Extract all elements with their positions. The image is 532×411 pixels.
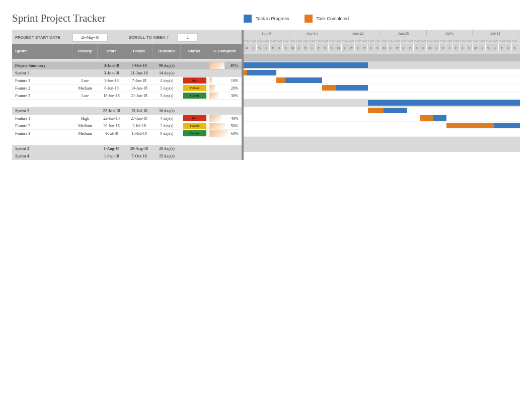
day-letter: S [374,44,381,51]
cell-pct: 60% [208,130,241,137]
cell-status: Red [181,115,208,122]
cell-name: Feature 1 [12,77,72,84]
day-letter: S [420,44,427,51]
day-letter: S [329,44,335,51]
day-letter: M [473,44,479,51]
feature-row[interactable]: Feature 3Low15-Jun-1821-Jun-185 day(s)Gr… [12,92,242,100]
gantt-row [244,54,520,61]
gantt-bar[interactable] [368,108,407,113]
day-serial: 44206 [460,37,466,44]
cell-priority [72,152,98,160]
swatch-completed-icon [305,15,313,23]
cell-name: Feature 2 [12,85,72,92]
day-serial: 44202 [250,37,257,44]
day-serial: 44205 [499,37,505,44]
start-date-input[interactable]: 26-May-18 [72,33,108,42]
gantt-bar-complete [420,115,433,121]
cell-finish: 7-Oct-18 [125,62,153,69]
sprint-row[interactable]: Sprint 13-Jun-1821-Jun-1814 day(s) [12,69,242,77]
cell-duration: 2 day(s) [153,122,181,129]
scroll-week-input[interactable]: 2 [178,33,198,42]
day-letter: T [446,44,453,51]
day-serial: 44207 [283,37,289,44]
feature-row[interactable]: Feature 2Medium30-Jun-183-Jul-182 day(s)… [12,122,242,130]
gantt-row [244,129,520,137]
feature-row[interactable]: Feature 2Medium8-Jun-1814-Jun-185 day(s)… [12,85,242,92]
cell-start: 3-Jun-18 [98,62,125,69]
gantt-bar-complete [276,77,285,83]
gantt-bar-complete [322,85,336,91]
day-serial: 44203 [394,37,401,44]
cell-priority: Low [72,77,98,84]
day-letter: W [257,44,263,51]
day-letter: T [433,44,440,51]
column-headers: Sprint Priority Start Finish Duration St… [12,44,242,59]
cell-finish: 21-Jun-18 [125,69,153,77]
cell-priority: Medium [72,122,98,129]
col-start: Start [98,44,125,59]
gantt-bar[interactable] [244,62,368,68]
day-serial: 44206 [505,37,512,44]
cell-status [181,69,208,77]
col-priority: Priority [72,44,98,59]
blank-row [12,100,242,107]
pct-fill [209,77,212,84]
cell-start: 15-Jun-18 [98,92,125,99]
gantt-bar[interactable] [368,100,520,106]
cell-finish: 21-Jun-18 [125,92,153,99]
day-letter: S [512,44,518,51]
pct-fill [209,62,224,69]
feature-row[interactable]: Feature 3Medium4-Jul-1815-Jul-188 day(s)… [12,130,242,137]
week-header: Jul-6 [427,30,473,37]
sprint-row[interactable]: Sprint 41-Sep-187-Oct-1825 day(s) [12,152,242,160]
day-serial: 44207 [374,37,381,44]
cell-pct: 10% [208,77,241,84]
day-letter: M [289,44,296,51]
day-serial: 44204 [492,37,499,44]
day-letter: S [414,44,420,51]
sprint-row[interactable]: Sprint 31-Aug-1828-Aug-1820 day(s) [12,145,242,152]
cell-status: Green [181,130,208,137]
cell-start: 22-Jun-18 [98,115,125,122]
day-letter: S [466,44,473,51]
gantt-bar[interactable] [420,115,446,121]
col-status: Status [181,44,208,59]
feature-row[interactable]: Feature 1High22-Jun-1827-Jun-184 day(s)R… [12,115,242,122]
day-letter: S [368,44,374,51]
gantt-bar[interactable] [446,123,520,128]
cell-duration: 25 day(s) [153,152,181,160]
cell-status [181,152,208,160]
gantt-row [244,84,520,92]
gantt-row [244,61,520,69]
legend: Task in Progress Task Completed [244,15,349,23]
cell-name: Feature 2 [12,122,72,129]
cell-name: Feature 3 [12,130,72,137]
day-serial: 44201 [381,37,388,44]
cell-priority: Low [72,92,98,99]
cell-status: Red [181,77,208,84]
pct-bar: 30% [209,93,241,99]
sprint-row[interactable]: Sprint 222-Jun-1815-Jul-1816 day(s) [12,107,242,115]
pct-bar: 40% [209,115,241,122]
day-serial: 44203 [486,37,492,44]
day-serial: 44207 [512,37,518,44]
day-serial: 44201 [427,37,433,44]
col-pct: % Complete [208,44,241,59]
gantt-bar[interactable] [276,77,322,83]
col-duration: Duration [153,44,181,59]
cell-pct: 40% [208,115,241,122]
gantt-bar[interactable] [244,70,276,75]
pct-value: 60% [231,131,239,136]
gantt-bar[interactable] [322,85,368,91]
day-serial: 44206 [368,37,374,44]
day-letter: T [342,44,348,51]
pct-fill [209,93,219,99]
week-header: Jun-29 [381,30,427,37]
gantt-bar-complete [244,70,247,75]
gantt-row [244,76,520,84]
cell-status [181,145,208,152]
pct-bar: 10% [209,77,241,84]
cell-finish: 7-Jun-18 [125,77,153,84]
summary-row[interactable]: Project Summary3-Jun-187-Oct-1890 day(s)… [12,62,242,69]
feature-row[interactable]: Feature 1Low3-Jun-187-Jun-184 day(s)Red1… [12,77,242,85]
